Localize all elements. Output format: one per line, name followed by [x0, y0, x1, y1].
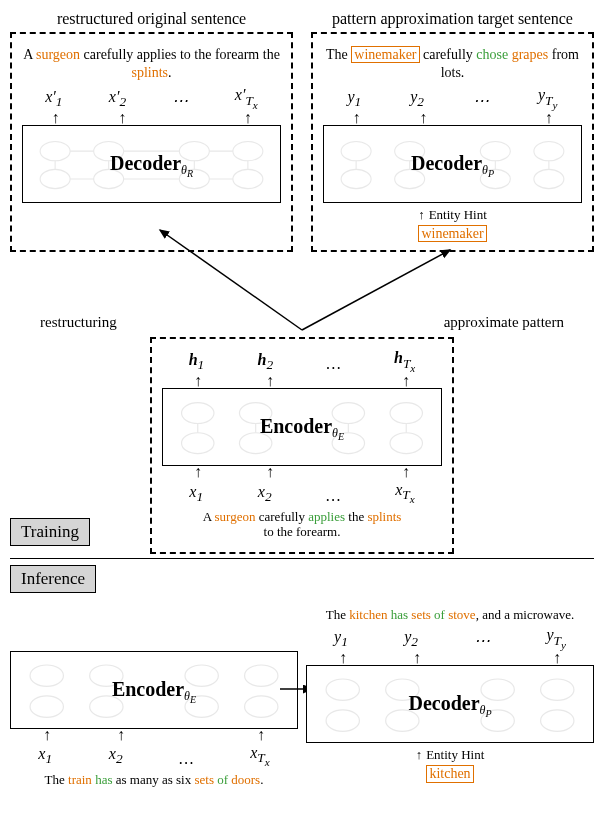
text-b: carefully applies to the forearm the [80, 47, 280, 62]
inference-entity-hint-value-row: kitchen [306, 765, 594, 782]
rel-of: of [217, 772, 228, 787]
inference-label: Inference [10, 565, 96, 593]
inference-encoder-box: EncoderθE [10, 651, 298, 729]
text-c: the [345, 509, 367, 524]
inference-decoder-box: DecoderθP [306, 665, 594, 743]
text-f: , and a microwave. [476, 607, 575, 622]
text-b: carefully [420, 47, 477, 62]
inference-encoder-theta: θE [184, 689, 196, 703]
training-label: Training [10, 518, 90, 546]
encoder-dashed-box: h1 h2 … hTx ↑↑↑ EncoderθE [150, 337, 454, 553]
entity-kitchen: kitchen [349, 607, 387, 622]
arrows-up: ↑↑↑ [10, 729, 298, 742]
encoder-input-symbols: x1 x2 … xTx [162, 481, 442, 505]
decoder-p-theta: θP [482, 163, 494, 177]
inference-encoder-label: Encoder [112, 678, 184, 700]
text-c: . [168, 65, 172, 80]
pattern-output-symbols: y1 y2 ⋯ yTy [323, 86, 582, 110]
top-boxes-row: A surgeon carefully applies to the forea… [10, 32, 594, 252]
text-d: to the forearm. [264, 524, 341, 539]
inference-decoder-label: Decoder [408, 692, 479, 714]
title-left: restructured original sentence [10, 10, 293, 28]
encoder-label: Encoder [260, 415, 332, 437]
inference-decoder-col: The kitchen has sets of stove, and a mic… [306, 603, 594, 783]
inference-decoder-theta: θP [480, 703, 492, 717]
decoder-r-theta: θR [181, 163, 193, 177]
text-a: A [23, 47, 36, 62]
entity-surgeon: surgeon [36, 47, 80, 62]
title-right: pattern approximation target sentence [311, 10, 594, 28]
entity-sets: sets [411, 607, 431, 622]
encoder-box: EncoderθE [162, 388, 442, 466]
entity-splints: splints [367, 509, 401, 524]
text-a: A [203, 509, 215, 524]
rel-of: of [434, 607, 445, 622]
divider [10, 558, 594, 559]
verb-applies: applies [308, 509, 345, 524]
arrows-up: ↑↑↑ [162, 375, 442, 388]
inference-entity-hint-kitchen: kitchen [426, 765, 473, 782]
decoder-r-label: Decoder [110, 152, 181, 174]
entity-hint-label: Entity Hint [429, 207, 487, 223]
entity-hint-value-row: winemaker [323, 225, 582, 242]
decoder-p-label: Decoder [411, 152, 482, 174]
label-approximate-pattern: approximate pattern [444, 314, 564, 331]
entity-sets: sets [194, 772, 214, 787]
inference-decoder-symbols: y1 y2 ⋯ yTy [306, 626, 594, 650]
encoder-hidden-symbols: h1 h2 … hTx [162, 349, 442, 373]
inference-encoder-col: EncoderθE ↑↑↑ x1 x2 … xTx The train has … [10, 651, 298, 791]
entity-doors: doors [231, 772, 260, 787]
entity-winemaker-boxed: winemaker [351, 46, 419, 63]
inference-entity-hint-row: ↑ Entity Hint [306, 747, 594, 763]
inference-output-sentence: The kitchen has sets of stove, and a mic… [306, 607, 594, 623]
verb-chose: chose [476, 47, 508, 62]
entity-hint-row: ↑ Entity Hint [323, 207, 582, 223]
inference-encoder-symbols: x1 x2 … xTx [10, 744, 298, 768]
inference-entity-hint-label: Entity Hint [426, 747, 484, 763]
text-a: The [326, 607, 349, 622]
restructured-box: A surgeon carefully applies to the forea… [10, 32, 293, 252]
entity-train: train [68, 772, 92, 787]
encoder-sentence: A surgeon carefully applies the splints … [162, 509, 442, 540]
inference-row: EncoderθE ↑↑↑ x1 x2 … xTx The train has … [10, 603, 594, 791]
entity-splints: splints [131, 65, 168, 80]
pattern-box: The winemaker carefully chose grapes fro… [311, 32, 594, 252]
text-c: as many as six [112, 772, 194, 787]
arrows-up: ↑↑↑ [323, 112, 582, 125]
entity-surgeon: surgeon [215, 509, 256, 524]
encoder-theta: θE [332, 426, 344, 440]
restructured-output-symbols: x′1 x′2 ⋯ x′Tx [22, 86, 281, 110]
text-a: The [45, 772, 68, 787]
entity-stove: stove [448, 607, 475, 622]
verb-has: has [95, 772, 112, 787]
mid-labels: restructuring approximate pattern [10, 314, 594, 331]
text-a: The [326, 47, 351, 62]
inference-label-row: Inference [10, 565, 594, 593]
pattern-sentence: The winemaker carefully chose grapes fro… [323, 46, 582, 82]
restructured-sentence: A surgeon carefully applies to the forea… [22, 46, 281, 82]
diagram-root: restructured original sentence pattern a… [10, 10, 594, 791]
entity-grapes: grapes [512, 47, 549, 62]
top-titles-row: restructured original sentence pattern a… [10, 10, 594, 28]
inference-input-sentence: The train has as many as six sets of doo… [10, 772, 298, 788]
verb-has: has [391, 607, 408, 622]
arrows-up: ↑↑↑ [306, 652, 594, 665]
arrows-up: ↑↑↑ [162, 466, 442, 479]
label-restructuring: restructuring [40, 314, 117, 331]
decoder-p-box: DecoderθP [323, 125, 582, 203]
text-b: carefully [255, 509, 308, 524]
arrows-up: ↑↑↑ [22, 112, 281, 125]
decoder-r-box: DecoderθR [22, 125, 281, 203]
entity-hint-winemaker: winemaker [418, 225, 486, 242]
text-f: . [260, 772, 263, 787]
